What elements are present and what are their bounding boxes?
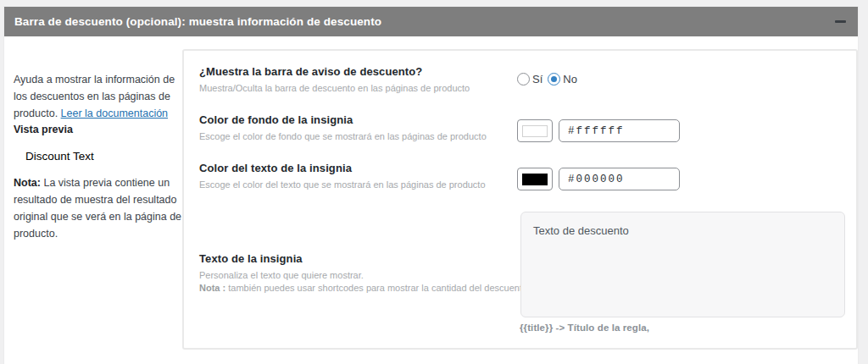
panel-title: Barra de descuento (opcional): muestra i… <box>4 15 381 28</box>
radio-si-label: Sí <box>532 73 542 85</box>
show-bar-description: Muestra/Oculta la barra de descuento en … <box>199 82 515 95</box>
text-color-description: Escoge el color del texto que se mostrar… <box>199 179 515 191</box>
radio-no-circle[interactable] <box>548 73 560 85</box>
discount-bar-panel: Barra de descuento (opcional): muestra i… <box>4 7 858 364</box>
show-bar-label: ¿Muestra la barra de aviso de descuento?… <box>199 65 515 95</box>
radio-no-label: No <box>563 73 577 85</box>
text-color-controls <box>517 168 680 190</box>
show-bar-radio-group: Sí No <box>517 73 582 85</box>
panel-header[interactable]: Barra de descuento (opcional): muestra i… <box>4 7 858 36</box>
radio-option-si[interactable]: Sí <box>517 73 542 85</box>
radio-option-no[interactable]: No <box>548 73 577 85</box>
discount-preview-badge: Discount Text <box>24 147 96 166</box>
text-color-swatch-button[interactable] <box>517 168 553 190</box>
radio-si-circle[interactable] <box>517 73 530 85</box>
collapse-minus-icon[interactable] <box>835 20 846 23</box>
show-bar-title: ¿Muestra la barra de aviso de descuento? <box>199 65 515 78</box>
badge-text-description: Personaliza el texto que quiere mostrar. <box>199 269 515 282</box>
badge-text-textarea[interactable]: Texto de descuento <box>520 212 845 317</box>
help-text: Ayuda a mostrar la información de los de… <box>14 71 185 122</box>
bg-color-swatch-fill <box>522 125 548 137</box>
settings-box: ¿Muestra la barra de aviso de descuento?… <box>182 49 858 350</box>
bg-color-hex-input[interactable] <box>559 119 680 142</box>
bg-color-controls <box>517 119 680 142</box>
documentation-link[interactable]: Leer la documentación <box>61 108 168 119</box>
badge-text-title: Texto de la insignia <box>199 252 515 265</box>
text-color-title: Color del texto de la insignia <box>199 162 515 174</box>
badge-text-label: Texto de la insignia Personaliza el text… <box>199 252 515 295</box>
text-color-hex-input[interactable] <box>559 168 680 190</box>
badge-note-body: también puedes usar shortcodes para most… <box>225 283 530 293</box>
badge-note-label: Nota : <box>199 283 225 293</box>
bg-color-description: Escoge el color de fondo que se mostrará… <box>199 130 515 143</box>
preview-note: Nota: La vista previa contiene un result… <box>14 174 185 242</box>
note-label: Nota: <box>14 177 41 189</box>
bg-color-label: Color de fondo de la insignia Escoge el … <box>199 113 515 143</box>
text-color-swatch-fill <box>522 174 548 185</box>
bg-color-title: Color de fondo de la insignia <box>199 113 515 126</box>
badge-text-note: Nota : también puedes usar shortcodes pa… <box>199 282 515 295</box>
bg-color-swatch-button[interactable] <box>517 119 553 142</box>
shortcode-hint: {{title}} -> Título de la regla, <box>520 323 649 333</box>
preview-label: Vista previa <box>14 121 73 138</box>
text-color-label: Color del texto de la insignia Escoge el… <box>199 162 515 191</box>
